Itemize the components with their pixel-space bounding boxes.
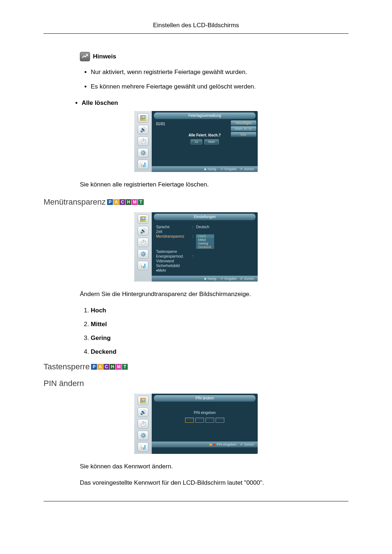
side-tab-settings-icon[interactable]: ⚙️ [138, 431, 148, 440]
mode-c-icon: C [103, 364, 109, 370]
side-tab-settings-icon[interactable]: ⚙️ [138, 249, 148, 259]
pin-digit-3[interactable] [205, 418, 214, 423]
footer-back: ↺ Zurück [240, 167, 254, 171]
mode-m-icon: M [132, 199, 138, 205]
side-tab-sound-icon[interactable]: 🔊 [138, 407, 148, 417]
side-tab-multi-icon[interactable]: 📊 [138, 442, 148, 452]
text-pin-default: Das voreingestellte Kennwort für den LCD… [80, 479, 348, 487]
mode-p-icon: P [91, 364, 97, 370]
side-tab-picture-icon[interactable]: 🖼️ [138, 396, 148, 405]
mode-t-icon: T [122, 364, 128, 370]
text-transparency-desc: Ändern Sie die Hintergrundtransparenz de… [80, 291, 348, 298]
footer-divider [44, 501, 348, 501]
row-transparency[interactable]: Menütransparenz: Hoch Mittel Gering Deck… [156, 234, 253, 249]
text-delete-all-desc: Sie können alle registrierten Feiertage … [80, 181, 348, 188]
settings-list: Sprache:Deutsch Zeit Menütransparenz: Ho… [156, 223, 253, 274]
dialog-no-button[interactable]: Nein [204, 139, 219, 144]
row-time[interactable]: Zeit [156, 229, 253, 234]
osd-footer: PIN eingeben ↺ Zurück [152, 442, 258, 447]
row-lock[interactable]: Tastensperre [156, 249, 253, 254]
mode-t-icon: T [138, 199, 144, 205]
text-pin-change-desc: Sie können das Kennwort ändern. [80, 463, 348, 470]
bullet-item: Nur aktiviert, wenn registrierte Feierta… [91, 69, 348, 76]
side-tab-sound-icon[interactable]: 🔊 [138, 226, 148, 235]
opt-gering[interactable]: Gering [196, 242, 214, 245]
footer-back: ↺ Zurück [240, 277, 254, 280]
side-tab-time-icon[interactable]: ⏱️ [138, 238, 148, 247]
opt-mittel[interactable]: Mittel [196, 238, 214, 242]
osd-title: PIN ändern [154, 395, 256, 402]
mark-delete-button[interactable]: Mark. El. lö. [231, 126, 256, 131]
row-videowall[interactable]: Videowand [156, 259, 253, 263]
osd-settings: 🖼️ 🔊 ⏱️ ⚙️ 📊 Einstellungen Sprache:Deuts… [134, 212, 258, 282]
osd-side-tabs: 🖼️ 🔊 ⏱️ ⚙️ 📊 [134, 111, 152, 172]
delete-all-label: Alle löschen [82, 99, 348, 107]
side-tab-sound-icon[interactable]: 🔊 [138, 125, 148, 134]
pin-digit-2[interactable] [195, 418, 204, 423]
section-key-lock: Tastensperre P A C H M T [44, 362, 348, 372]
osd-title: Einstellungen [154, 214, 256, 220]
side-tab-multi-icon[interactable]: 📊 [138, 160, 148, 169]
dialog-yes-button[interactable]: Ja [191, 139, 202, 144]
row-energy[interactable]: Energiesparmod.: [156, 254, 253, 259]
osd-side-tabs: 🖼️ 🔊 ⏱️ ⚙️ 📊 [134, 212, 152, 282]
pin-digit-1[interactable] [185, 418, 194, 423]
note-bullets: Nur aktiviert, wenn registrierte Feierta… [91, 69, 348, 90]
footer-nav: ◆ Navig. [204, 167, 217, 171]
mode-p-icon: P [107, 199, 113, 205]
mode-m-icon: M [116, 364, 122, 370]
row-more[interactable]: ▾ Mehr [156, 268, 253, 273]
section-pin-change: PIN ändern [44, 379, 348, 388]
footer-nav: ◆ Navig. [204, 277, 217, 280]
side-tab-time-icon[interactable]: ⏱️ [138, 419, 148, 428]
note-label: Hinweis [93, 53, 116, 60]
side-tab-time-icon[interactable]: ⏱️ [138, 136, 148, 146]
note-icon [80, 52, 90, 61]
mode-badges: P A C H M T [91, 364, 128, 370]
mode-a-icon: A [97, 364, 103, 370]
list-item: Mittel [91, 321, 348, 328]
mode-h-icon: H [110, 364, 115, 370]
side-tab-multi-icon[interactable]: 📊 [138, 261, 148, 270]
list-item: Deckend [91, 348, 348, 356]
add-button[interactable]: Hinzufügen [231, 120, 256, 126]
pin-boxes [152, 418, 258, 423]
row-security[interactable]: Sicherheitsbild [156, 263, 253, 268]
osd-holiday-management: 🖼️ 🔊 ⏱️ ⚙️ 📊 Feiertagsverwaltung 01/01 H… [134, 111, 258, 172]
dialog-title: Alle Feiert. lösch.? [176, 133, 234, 137]
section-menu-transparency: Menütransparenz P A C H M T [44, 197, 348, 207]
osd-footer: ◆ Navig. ⏎ Eingabe ↺ Zurück [152, 166, 258, 172]
opt-hoch[interactable]: Hoch [196, 234, 214, 238]
holiday-side-menu: Hinzufügen Mark. El. lö. lösc [231, 120, 256, 137]
mode-badges: P A C H M T [107, 199, 144, 205]
mode-h-icon: H [126, 199, 131, 205]
page-header: Einstellen des LCD-Bildschirms [44, 22, 348, 34]
confirm-dialog: Alle Feiert. lösch.? Ja Nein [176, 133, 234, 144]
row-language[interactable]: Sprache:Deutsch [156, 225, 253, 229]
side-tab-settings-icon[interactable]: ⚙️ [138, 148, 148, 157]
pin-prompt: PIN eingeben [152, 411, 258, 415]
bullet-item: Es können mehrere Feiertage gewählt und … [91, 83, 348, 90]
opt-deckend[interactable]: Deckend [196, 245, 214, 249]
side-tab-picture-icon[interactable]: 🖼️ [138, 113, 148, 123]
transparency-levels-list: Hoch Mittel Gering Deckend [91, 307, 348, 356]
footer-back: ↺ Zurück [240, 443, 254, 446]
osd-title: Feiertagsverwaltung [154, 112, 256, 119]
mode-c-icon: C [119, 199, 125, 205]
footer-enter: ⏎ Eingabe [220, 167, 236, 171]
delete-all-bullet: Alle löschen [82, 99, 348, 107]
list-item: Hoch [91, 307, 348, 314]
osd-footer: ◆ Navig. ⏎ Eingabe ↺ Zurück [152, 276, 258, 282]
side-tab-picture-icon[interactable]: 🖼️ [138, 214, 148, 224]
mode-a-icon: A [113, 199, 119, 205]
note-row: Hinweis [80, 52, 348, 61]
delete-button[interactable]: lösc [231, 132, 256, 137]
osd-side-tabs: 🖼️ 🔊 ⏱️ ⚙️ 📊 [134, 394, 152, 454]
osd-pin-change: 🖼️ 🔊 ⏱️ ⚙️ 📊 PIN ändern PIN eingeben PIN… [134, 394, 258, 454]
pin-digit-4[interactable] [216, 418, 224, 423]
list-item: Gering [91, 335, 348, 342]
footer-enter: ⏎ Eingabe [220, 277, 236, 280]
transparency-options: Hoch Mittel Gering Deckend [196, 234, 214, 249]
footer-pin-enter: PIN eingeben [209, 443, 237, 446]
